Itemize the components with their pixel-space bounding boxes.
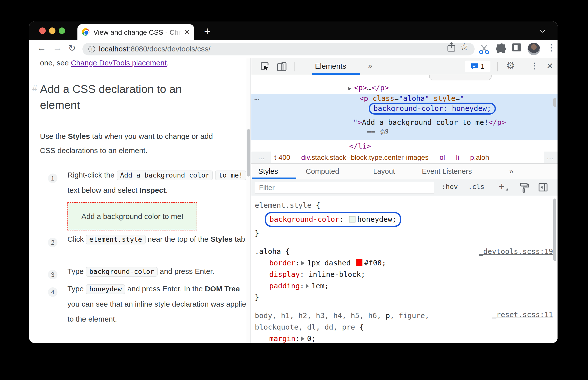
selected-node-text-line[interactable]: ">Add a background color to me!</p> [353, 118, 506, 127]
display-prop[interactable]: display [269, 270, 300, 279]
filter-input[interactable] [255, 182, 434, 193]
margin-declaration[interactable]: margin:0; [255, 333, 554, 343]
padding-value[interactable]: 1em; [311, 282, 329, 290]
reset-selectors-gray-2: , figure, [390, 311, 429, 320]
property-value[interactable]: honeydew; [357, 215, 396, 223]
doc-scrollbar[interactable] [246, 58, 251, 343]
inline-style-line[interactable]: background-color: honeydew; [369, 103, 496, 115]
dom-row-li-close[interactable]: </li> [349, 142, 371, 150]
more-panels-icon[interactable]: » [368, 61, 372, 70]
declaration-line[interactable]: background-color: honeydew; [265, 212, 554, 227]
inline-declaration[interactable]: background-color: honeydew; [373, 104, 491, 113]
p-open-tag: <p> [354, 83, 367, 92]
tab-close-icon[interactable]: ✕ [184, 28, 190, 36]
selector-line[interactable]: element.style { [255, 199, 554, 211]
step-2-text-2: near the top of the [146, 235, 211, 243]
more-tabs-icon[interactable]: » [509, 167, 513, 176]
new-style-rule-icon[interactable]: + [499, 181, 505, 192]
breadcrumb-overflow-right[interactable]: … [547, 153, 554, 161]
marker-text: == $0 [367, 128, 388, 136]
para-text-1: Use the [40, 132, 68, 140]
border-value-2[interactable]: #f00; [364, 259, 386, 267]
selected-dom-node[interactable]: ⋯ <p class="aloha" style=" background-co… [251, 94, 558, 140]
profile-avatar[interactable] [528, 43, 540, 55]
demo-paragraph-aloha[interactable]: Add a background color to me! [67, 202, 197, 230]
element-style-selector[interactable]: element.style [255, 201, 311, 209]
tab-layout[interactable]: Layout [373, 167, 395, 176]
tab-event-listeners[interactable]: Event Listeners [422, 167, 472, 176]
tab-styles[interactable]: Styles [258, 167, 278, 176]
collapsed-dots[interactable]: … [367, 83, 371, 92]
breadcrumb-li[interactable]: li [456, 154, 459, 162]
margin-prop[interactable]: margin [269, 334, 295, 343]
dom-row-collapsed-p[interactable]: ▶<p>…</p> [348, 83, 389, 92]
property-name[interactable]: background-color [270, 215, 339, 223]
attr-style: style [434, 94, 455, 103]
close-devtools-icon[interactable]: ✕ [547, 61, 553, 71]
styles-scrollbar-thumb[interactable] [553, 198, 556, 261]
expand-twisty-icon[interactable]: ▶ [348, 85, 351, 91]
breadcrumb-grid-fit[interactable]: t-400 [274, 154, 290, 162]
color-swatch-red[interactable] [356, 259, 362, 266]
address-bar[interactable]: i localhost:8080/docs/devtools/css/ [82, 43, 475, 55]
side-panel-icon[interactable] [512, 43, 521, 51]
step-1-text-1: Right-click the [67, 171, 117, 179]
aloha-selector[interactable]: .aloha [255, 247, 281, 256]
url-text[interactable]: localhost:8080/docs/devtools/css/ [99, 45, 211, 53]
breadcrumb-overflow-left[interactable]: … [258, 153, 265, 161]
extensions-puzzle-icon[interactable] [496, 43, 507, 54]
expand-shorthand-icon[interactable] [301, 337, 304, 341]
node-text[interactable]: Add a background color to me! [362, 118, 488, 127]
border-value-1[interactable]: 1px dashed [307, 259, 351, 267]
change-devtools-placement-link[interactable]: Change DevTools placement [71, 59, 167, 67]
devtools-menu-icon[interactable]: ⋮ [530, 61, 539, 71]
toggle-hover-state[interactable]: :hov [442, 183, 458, 190]
padding-declaration[interactable]: padding:1em; [255, 280, 554, 292]
margin-value[interactable]: 0; [307, 334, 316, 343]
new-tab-button[interactable]: + [204, 25, 211, 37]
color-swatch-honeydew[interactable] [349, 216, 355, 222]
colon: : [339, 215, 343, 223]
doc-scrollbar-thumb[interactable] [247, 129, 250, 177]
dom-scrollbar-thumb[interactable] [553, 98, 556, 107]
source-link-reset-scss[interactable]: _reset.scss:11 [492, 309, 553, 320]
device-toolbar-icon[interactable] [277, 62, 287, 72]
back-button[interactable]: ← [37, 42, 46, 53]
selected-node-open-line[interactable]: <p class="aloha" style=" [359, 94, 464, 103]
breadcrumb-div-stack[interactable]: div.stack.stack--block.type.center-image… [301, 154, 429, 162]
maximize-traffic-light[interactable] [59, 27, 65, 34]
heading-anchor-hash[interactable]: # [32, 83, 37, 94]
issues-counter[interactable]: 1 [465, 61, 490, 72]
border-declaration[interactable]: border:1px dashed #f00; [255, 257, 554, 269]
bookmark-star-icon[interactable]: ☆ [460, 41, 469, 52]
share-icon[interactable] [447, 42, 456, 52]
selector-line[interactable]: body, h1, h2, h3, h4, h5, h6, p, figure,… [255, 310, 495, 333]
minimize-traffic-light[interactable] [49, 27, 55, 34]
inspect-element-icon[interactable] [260, 62, 270, 72]
close-traffic-light[interactable] [39, 27, 46, 34]
reload-button[interactable]: ↻ [68, 43, 76, 53]
breadcrumb-ol[interactable]: ol [440, 154, 445, 162]
chevron-down-icon[interactable] [540, 27, 546, 33]
settings-gear-icon[interactable]: ⚙ [506, 60, 515, 71]
site-info-icon[interactable]: i [88, 46, 95, 52]
browser-menu-icon[interactable]: ⋮ [547, 42, 556, 53]
toolbar-divider-2 [497, 62, 498, 71]
browser-tab[interactable]: View and change CSS - Chrome ✕ [77, 24, 194, 40]
display-declaration[interactable]: display: inline-block; [255, 269, 554, 280]
tab-computed[interactable]: Computed [306, 167, 339, 176]
tab-elements[interactable]: Elements [315, 62, 346, 70]
toggle-sidebar-icon[interactable] [538, 182, 548, 192]
border-prop[interactable]: border [269, 259, 295, 267]
expand-shorthand-icon[interactable] [301, 261, 304, 265]
paint-roller-icon[interactable] [519, 182, 530, 193]
scissors-extension-icon[interactable] [478, 43, 490, 54]
close-quote: " [353, 118, 357, 127]
toggle-element-classes[interactable]: .cls [468, 183, 484, 190]
breadcrumb-p-aloha[interactable]: p.aloh [470, 154, 489, 162]
step-3-text-2: and press Enter. [158, 267, 214, 275]
display-value[interactable]: inline-block; [308, 270, 365, 279]
expand-shorthand-icon[interactable] [306, 284, 309, 288]
source-link-devtools-scss[interactable]: _devtools.scss:19 [479, 246, 553, 257]
padding-prop[interactable]: padding [269, 282, 300, 290]
